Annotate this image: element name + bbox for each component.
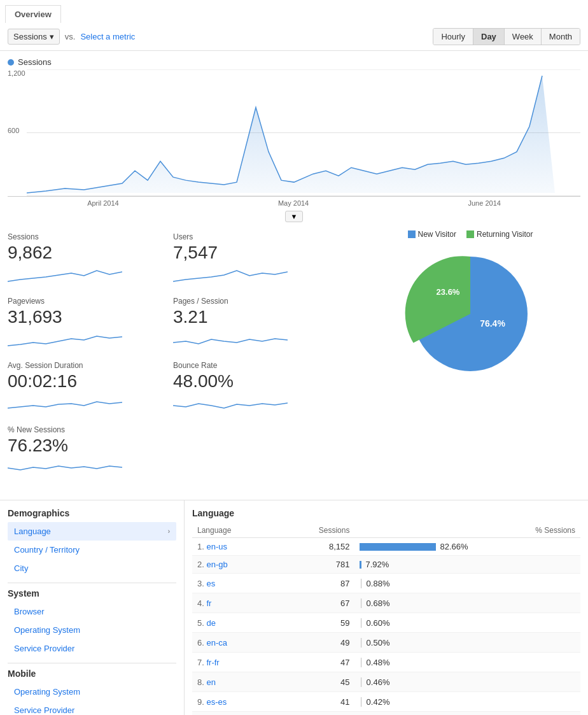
- cell-pct-sessions: | 0.60%: [354, 613, 580, 633]
- legend-returning-label: Returning Visitor: [477, 230, 533, 239]
- mobile-title: Mobile: [8, 669, 176, 679]
- cell-sessions: 49: [276, 633, 354, 653]
- bar-container: | 0.60%: [360, 617, 575, 628]
- cell-rank-lang: 6. en-ca: [192, 633, 276, 653]
- cell-sessions: 47: [276, 653, 354, 672]
- table-title: Language: [192, 508, 580, 518]
- overview-tab[interactable]: Overview: [5, 5, 61, 23]
- table-row: 7. fr-fr 47 | 0.48%: [192, 653, 580, 672]
- time-buttons-group: Hourly Day Week Month: [433, 28, 580, 45]
- day-button[interactable]: Day: [473, 29, 504, 45]
- rank-number: 2.: [197, 560, 204, 569]
- metric-card-bounce-rate: Bounce Rate 48.00%: [173, 361, 339, 415]
- metric-label-users: Users: [173, 232, 331, 241]
- expand-chart-button[interactable]: ▼: [285, 211, 304, 222]
- cell-rank-lang: 1. en-us: [192, 538, 276, 556]
- language-link[interactable]: fr: [206, 598, 211, 608]
- nav-label-os: Operating System: [14, 625, 80, 635]
- table-section: Language Language Sessions % Sessions 1.…: [185, 500, 588, 715]
- pct-text: 0.50%: [367, 638, 390, 648]
- metric-value-new-sessions: 76.23%: [8, 435, 165, 456]
- nav-item-city[interactable]: City: [8, 559, 176, 577]
- language-link[interactable]: en-us: [206, 542, 227, 551]
- cell-pct-sessions: 82.66%: [354, 538, 580, 556]
- y-label-top: 1,200: [8, 69, 25, 77]
- y-label-mid: 600: [8, 127, 19, 134]
- language-link[interactable]: de: [206, 618, 215, 628]
- nav-item-mobile-service-provider[interactable]: Service Provider: [8, 701, 176, 715]
- nav-item-language[interactable]: Language ›: [8, 522, 176, 541]
- language-link[interactable]: en: [206, 677, 215, 687]
- table-row: 6. en-ca 49 | 0.50%: [192, 633, 580, 653]
- session-bar-small: [360, 561, 361, 569]
- nav-label-service-provider: Service Provider: [14, 644, 74, 653]
- bar-placeholder: |: [360, 597, 362, 609]
- cell-rank-lang: 5. de: [192, 613, 276, 633]
- data-table: Language Sessions % Sessions 1. en-us 8,…: [192, 523, 580, 715]
- language-link[interactable]: fr-fr: [206, 658, 219, 667]
- week-button[interactable]: Week: [504, 29, 541, 45]
- legend-new-label: New Visitor: [418, 230, 456, 239]
- rank-number: 8.: [197, 677, 204, 687]
- rank-number: 1.: [197, 542, 204, 551]
- demographics-section: Demographics Language › Country / Territ…: [0, 500, 588, 715]
- hourly-button[interactable]: Hourly: [433, 29, 473, 45]
- rank-number: 6.: [197, 638, 204, 648]
- sparkline-bounce-rate: [173, 394, 288, 413]
- cell-sessions: 781: [276, 556, 354, 574]
- nav-item-country[interactable]: Country / Territory: [8, 541, 176, 559]
- cell-pct-sessions: | 0.50%: [354, 633, 580, 653]
- cell-sessions: 41: [276, 692, 354, 712]
- select-metric-link[interactable]: Select a metric: [80, 32, 135, 41]
- cell-rank-lang: 4. fr: [192, 593, 276, 613]
- cell-rank-lang: 9. es-es: [192, 692, 276, 712]
- pct-text: 0.68%: [367, 598, 390, 608]
- language-link[interactable]: en-ca: [206, 638, 227, 648]
- nav-item-os[interactable]: Operating System: [8, 621, 176, 639]
- sparkline-new-sessions: [8, 458, 122, 478]
- rank-number: 3.: [197, 579, 204, 588]
- bar-container: | 0.88%: [360, 577, 575, 589]
- pct-text: 82.66%: [440, 542, 468, 551]
- bar-container: 7.92%: [360, 560, 575, 569]
- dropdown-arrow-icon: ▾: [50, 32, 54, 41]
- metric-label-sessions: Sessions: [8, 232, 165, 241]
- legend-new-visitor: New Visitor: [408, 230, 456, 239]
- rank-number: 9.: [197, 697, 204, 707]
- language-link[interactable]: es: [206, 579, 215, 588]
- cell-rank-lang: 3. es: [192, 574, 276, 593]
- bar-container: | 0.46%: [360, 676, 575, 688]
- table-row: 1. en-us 8,152 82.66%: [192, 538, 580, 556]
- pie-section: New Visitor Returning Visitor 76.4%: [353, 222, 588, 392]
- sessions-dropdown[interactable]: Sessions ▾: [8, 29, 60, 45]
- cell-sessions: 87: [276, 574, 354, 593]
- bar-placeholder: |: [360, 656, 362, 668]
- nav-item-browser[interactable]: Browser: [8, 602, 176, 621]
- cell-sessions: 45: [276, 672, 354, 692]
- language-link[interactable]: es-es: [206, 697, 227, 707]
- metric-card-pages-session: Pages / Session 3.21: [173, 297, 339, 351]
- svg-text:76.4%: 76.4%: [480, 318, 505, 329]
- pct-text: 0.60%: [367, 618, 390, 628]
- month-button[interactable]: Month: [541, 29, 580, 45]
- pct-text: 0.46%: [367, 677, 390, 687]
- language-link[interactable]: en-gb: [206, 560, 227, 569]
- chart-x-labels: April 2014 May 2014 June 2014: [8, 197, 580, 209]
- metric-value-pageviews: 31,693: [8, 307, 165, 327]
- metric-value-avg-session: 00:02:16: [8, 371, 165, 392]
- metric-value-pages-session: 3.21: [173, 307, 331, 327]
- nav-item-service-provider[interactable]: Service Provider: [8, 639, 176, 658]
- nav-divider-1: [8, 583, 176, 583]
- legend-returning-visitor: Returning Visitor: [466, 230, 533, 239]
- table-row: 4. fr 67 | 0.68%: [192, 593, 580, 613]
- sparkline-sessions: [8, 265, 122, 285]
- nav-item-mobile-os[interactable]: Operating System: [8, 683, 176, 701]
- pct-text: 0.88%: [367, 579, 390, 588]
- metric-card-sessions: Sessions 9,862: [8, 232, 173, 287]
- svg-text:23.6%: 23.6%: [437, 287, 460, 297]
- metric-card-avg-session: Avg. Session Duration 00:02:16: [8, 361, 173, 415]
- nav-divider-2: [8, 663, 176, 663]
- metric-label-avg-session: Avg. Session Duration: [8, 361, 165, 370]
- table-row: 5. de 59 | 0.60%: [192, 613, 580, 633]
- legend-new-color: [408, 230, 416, 238]
